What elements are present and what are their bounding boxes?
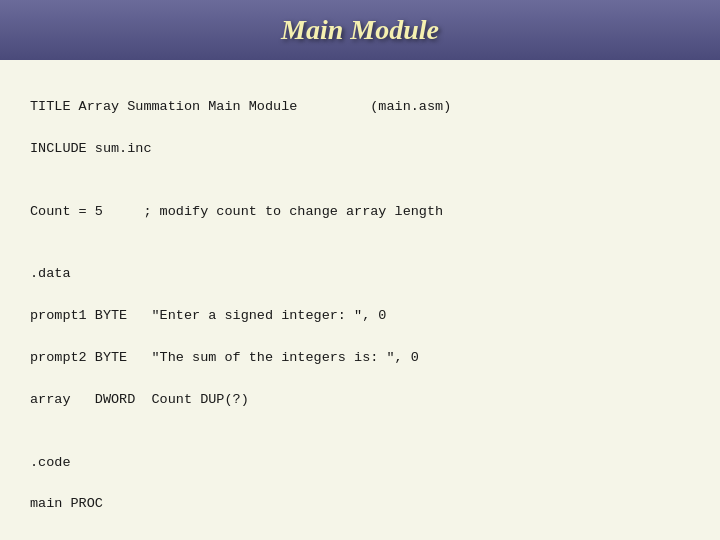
code-line-2: INCLUDE sum.inc bbox=[30, 141, 152, 156]
code-line-8: prompt2 BYTE "The sum of the integers is… bbox=[30, 350, 419, 365]
code-line-1: TITLE Array Summation Main Module (main.… bbox=[30, 99, 451, 114]
slide-content: TITLE Array Summation Main Module (main.… bbox=[0, 60, 720, 540]
code-line-7: prompt1 BYTE "Enter a signed integer: ",… bbox=[30, 308, 386, 323]
slide: Main Module TITLE Array Summation Main M… bbox=[0, 0, 720, 540]
code-block: TITLE Array Summation Main Module (main.… bbox=[30, 76, 690, 540]
slide-title: Main Module bbox=[20, 14, 700, 46]
code-line-11: .code bbox=[30, 455, 71, 470]
code-line-12: main PROC bbox=[30, 496, 103, 511]
code-line-9: array DWORD Count DUP(?) bbox=[30, 392, 249, 407]
title-bar: Main Module bbox=[0, 0, 720, 60]
code-line-4: Count = 5 ; modify count to change array… bbox=[30, 204, 443, 219]
code-line-6: .data bbox=[30, 266, 71, 281]
